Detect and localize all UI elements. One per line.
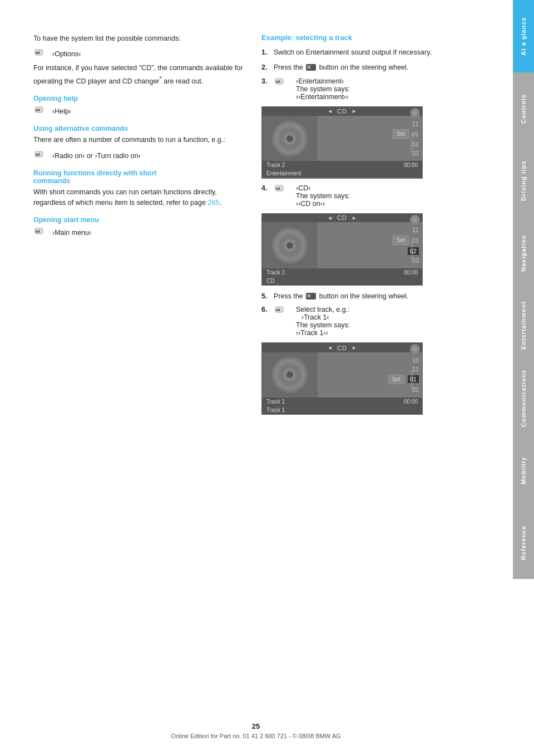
cd-time-3: 00:00 bbox=[404, 399, 418, 405]
track-row-01-2: Set 01 bbox=[321, 235, 419, 245]
step-4-command: ›CD‹ bbox=[296, 184, 350, 192]
cd-tracks-1: 11 Set 01 02 03 bbox=[318, 116, 422, 161]
svg-text:wt: wt bbox=[275, 186, 280, 190]
step-6: 6. wt Select track, e.g.: ›Track 1‹ The … bbox=[261, 306, 496, 337]
section-heading-opening-help: Opening help bbox=[33, 95, 245, 102]
screen-watermark-3: US120054 bbox=[410, 370, 414, 388]
set-btn-1: Set bbox=[393, 129, 409, 139]
tab-controls[interactable]: Controls bbox=[513, 72, 534, 145]
mic-icon-options: wt bbox=[33, 48, 49, 60]
step-6-num: 6. bbox=[261, 306, 274, 313]
cd-bottom-bar-1: Track 2 00:00 bbox=[262, 161, 422, 169]
svg-text:wt: wt bbox=[275, 308, 280, 312]
mic-icon-radio: wt bbox=[33, 150, 49, 161]
cd-top-label-3: CD bbox=[337, 345, 347, 351]
tab-entertainment[interactable]: Entertainment bbox=[513, 289, 534, 362]
tab-reference[interactable]: Reference bbox=[513, 507, 534, 579]
track-row-02-1: 02 bbox=[321, 141, 419, 148]
cmd-radio-line: wt ›Radio on‹ or ›Turn radio on‹ bbox=[33, 150, 245, 161]
cmd-radio-text: ›Radio on‹ or ›Turn radio on‹ bbox=[52, 152, 141, 160]
cd-footer-label-3: Track 1 bbox=[262, 406, 422, 414]
cd-track-label-3: Track 1 bbox=[266, 399, 285, 405]
section-heading-running-functions: Running functions directly with shortcom… bbox=[33, 169, 245, 185]
track-row-01-1: Set 01 bbox=[321, 129, 419, 139]
cd-content-1: 11 Set 01 02 03 bbox=[262, 116, 422, 161]
cmd-options-line: wt ›Options‹ bbox=[33, 48, 245, 60]
cd-right-arrow-1: ► bbox=[352, 108, 357, 114]
step-3-content: wt ›Entertainment‹ The system says: ››En… bbox=[274, 77, 350, 101]
cd-content-3: 10 11 Set 01 02 bbox=[262, 352, 422, 397]
step-6-response: ››Track 1‹‹ bbox=[296, 329, 350, 337]
svg-text:wt: wt bbox=[275, 80, 280, 84]
example-heading: Example: selecting a track bbox=[261, 33, 496, 42]
left-column: To have the system list the possible com… bbox=[33, 33, 245, 723]
section-heading-alt-commands: Using alternative commands bbox=[33, 125, 245, 132]
cd-right-arrow-3: ► bbox=[352, 345, 357, 351]
tab-communications[interactable]: Communications bbox=[513, 362, 534, 434]
cd-disc-area-3 bbox=[262, 352, 318, 397]
screen-watermark-2: US120034 bbox=[410, 240, 414, 258]
cd-bottom-bar-3: Track 1 00:00 bbox=[262, 397, 422, 406]
set-btn-2: Set bbox=[393, 235, 409, 245]
page-footer: 25 Online Edition for Part no. 01 41 2 6… bbox=[0, 722, 512, 739]
track-row-03-2: 03 bbox=[321, 257, 419, 264]
track-row-11-3: 11 bbox=[321, 366, 419, 372]
cmd-help-line: wt ›Help‹ bbox=[33, 106, 245, 117]
cd-screen-1: ◄ CD ► ⊙ 11 bbox=[261, 106, 423, 179]
tab-mobility[interactable]: Mobility bbox=[513, 434, 534, 507]
cd-top-bar-3: ◄ CD ► ⊙ bbox=[262, 343, 422, 352]
track-row-03-1: 03 bbox=[321, 150, 419, 156]
step-6-content: wt Select track, e.g.: ›Track 1‹ The sys… bbox=[274, 306, 350, 337]
section-heading-start-menu: Opening start menu bbox=[33, 216, 245, 224]
cd-top-label-1: CD bbox=[337, 108, 347, 115]
step-4-text-block: ›CD‹ The system says: ››CD on‹‹ bbox=[296, 184, 350, 208]
step-4-system-says: The system says: bbox=[296, 192, 350, 200]
step-3-system-says: The system says: bbox=[296, 85, 350, 93]
cd-left-arrow-1: ◄ bbox=[327, 108, 333, 114]
cd-time-1: 00:00 bbox=[404, 162, 418, 168]
step-3-command: ›Entertainment‹ bbox=[296, 77, 350, 85]
cd-screen-2: ◄ CD ► ⊙ 11 bbox=[261, 213, 423, 286]
right-column: Example: selecting a track 1. Switch on … bbox=[261, 33, 496, 723]
page-container: To have the system list the possible com… bbox=[0, 0, 534, 756]
track-row-11-2: 11 bbox=[321, 227, 419, 233]
cd-disc-1 bbox=[270, 119, 310, 159]
mic-icon-step4: wt bbox=[274, 184, 289, 195]
step-4: 4. wt ›CD‹ The system says: ››CD on‹‹ bbox=[261, 184, 496, 208]
cd-bottom-bar-2: Track 2 00:00 bbox=[262, 268, 422, 277]
cd-tracks-3: 10 11 Set 01 02 bbox=[318, 352, 422, 397]
cd-left-arrow-2: ◄ bbox=[327, 215, 333, 221]
cd-footer-label-1: Entertainment bbox=[262, 169, 422, 178]
mic-icon-main-menu: wt bbox=[33, 227, 49, 238]
cmd-options-text: ›Options‹ bbox=[52, 50, 81, 58]
tab-navigation[interactable]: Navigation bbox=[513, 217, 534, 289]
intro-para1: To have the system list the possible com… bbox=[33, 33, 245, 44]
cd-content-2: 11 Set 01 02 03 bbox=[262, 222, 422, 268]
cd-disc-2 bbox=[270, 225, 310, 266]
step-4-response: ››CD on‹‹ bbox=[296, 200, 350, 208]
steering-wheel-btn-icon-1 bbox=[306, 64, 316, 71]
screen-watermark-1: US120024 bbox=[410, 133, 414, 151]
step-3: 3. wt ›Entertainment‹ The system says: ›… bbox=[261, 77, 496, 101]
cmd-main-menu-line: wt ›Main menu‹ bbox=[33, 227, 245, 238]
cd-top-label-2: CD bbox=[337, 214, 347, 221]
cd-right-arrow-2: ► bbox=[352, 215, 357, 221]
step-5-text: Press the button on the steering wheel. bbox=[274, 291, 496, 302]
step-2: 2. Press the button on the steering whee… bbox=[261, 62, 496, 73]
step-1: 1. Switch on Entertainment sound output … bbox=[261, 47, 496, 58]
page-number: 25 bbox=[0, 722, 512, 730]
tab-at-a-glance[interactable]: At a glance bbox=[513, 0, 534, 72]
cd-footer-label-2: CD bbox=[262, 277, 422, 285]
step-3-text-block: ›Entertainment‹ The system says: ››Enter… bbox=[296, 77, 350, 101]
cd-track-label-2: Track 2 bbox=[266, 269, 285, 276]
cd-time-2: 00:00 bbox=[404, 269, 418, 276]
sidebar-tabs: At a glance Controls Driving tips Naviga… bbox=[513, 0, 534, 756]
mic-icon-step6: wt bbox=[274, 306, 289, 317]
page-ref-link[interactable]: 265 bbox=[207, 199, 219, 207]
step-4-num: 4. bbox=[261, 184, 274, 192]
cd-screen-3: ◄ CD ► ⊙ 10 bbox=[261, 342, 423, 415]
step-6-text-block: Select track, e.g.: ›Track 1‹ The system… bbox=[296, 306, 350, 337]
track-row-10-3: 10 bbox=[321, 357, 419, 364]
step-2-text: Press the button on the steering wheel. bbox=[274, 62, 496, 73]
tab-driving-tips[interactable]: Driving tips bbox=[513, 145, 534, 217]
